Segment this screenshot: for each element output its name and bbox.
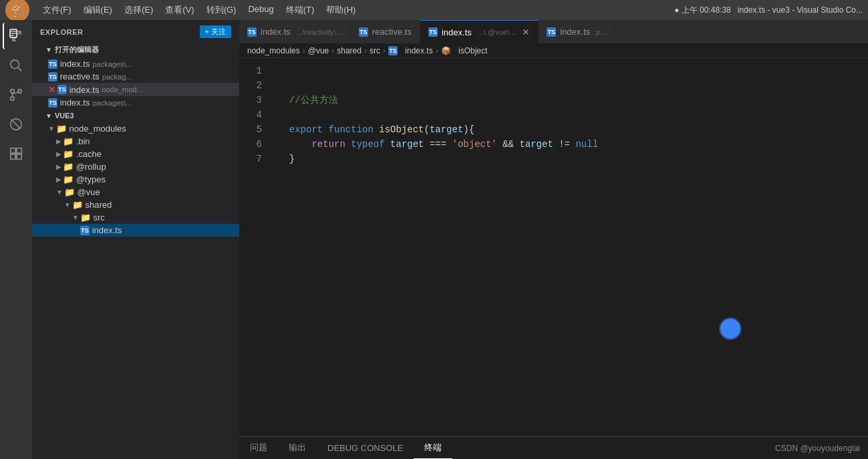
svg-point-3 xyxy=(11,90,15,94)
panel-tab-problems[interactable]: 问题 xyxy=(239,437,278,459)
expand-arrow: ▼ xyxy=(56,188,63,196)
line-numbers: 1 2 3 4 5 6 7 xyxy=(239,63,273,431)
tree-rollup[interactable]: ▶ 📁 @rollup xyxy=(32,160,239,173)
breadcrumb-src[interactable]: src xyxy=(370,46,380,55)
menu-debug[interactable]: Debug xyxy=(243,3,279,17)
tree-vue[interactable]: ▼ 📁 @vue xyxy=(32,186,239,198)
menu-view[interactable]: 查看(V) xyxy=(160,3,199,17)
tree-index-ts[interactable]: TS index.ts xyxy=(32,224,239,237)
breadcrumb-node-modules[interactable]: node_modules xyxy=(247,46,300,55)
folder-icon: 📁 xyxy=(56,124,67,134)
menu-goto[interactable]: 转到(G) xyxy=(201,3,242,17)
open-editor-item-1[interactable]: TS reactive.ts packag... xyxy=(32,70,239,83)
breadcrumb-icon: 📦 xyxy=(441,46,451,55)
git-activity-icon[interactable] xyxy=(3,82,29,108)
editor-area: TS index.ts ...\reactivity\... TS reacti… xyxy=(239,20,868,459)
close-dirty-icon: ✕ xyxy=(48,84,56,95)
tab-2[interactable]: TS index.ts ...\ @vue\... ✕ xyxy=(420,20,539,43)
panel-tab-debug-console[interactable]: DEBUG CONSOLE xyxy=(317,437,414,459)
main-layout: EXPLORER + 关注 ▼ 打开的编辑器 TS index.ts packa… xyxy=(0,20,868,459)
svg-rect-12 xyxy=(17,154,21,159)
follow-button[interactable]: + 关注 xyxy=(200,25,231,38)
search-activity-icon[interactable] xyxy=(3,52,29,79)
expand-arrow: ▶ xyxy=(56,163,61,170)
ts-file-icon: TS xyxy=(48,59,57,69)
folder-icon: 📁 xyxy=(80,212,91,222)
code-line-7: } xyxy=(278,152,868,166)
sidebar: EXPLORER + 关注 ▼ 打开的编辑器 TS index.ts packa… xyxy=(32,20,239,459)
tree-node-modules[interactable]: ▼ 📁 node_modules xyxy=(32,122,239,135)
folder-icon: 📁 xyxy=(63,136,74,146)
activity-bar xyxy=(0,20,32,459)
panel-tab-output[interactable]: 输出 xyxy=(278,437,317,459)
cursor-pointer xyxy=(720,319,740,339)
project-section[interactable]: ▼ VUE3 xyxy=(32,109,239,122)
breadcrumb-shared[interactable]: shared xyxy=(337,46,361,55)
expand-arrow: ▼ xyxy=(64,201,71,208)
menu-help[interactable]: 帮助(H) xyxy=(321,3,361,17)
svg-point-1 xyxy=(11,60,19,69)
folder-icon: 📁 xyxy=(72,200,83,210)
project-chevron: ▼ xyxy=(45,112,52,120)
window-title: ● 上午 00:48:38 index.ts - vue3 - Visual S… xyxy=(674,5,863,16)
ts-file-icon-3: TS xyxy=(57,85,67,94)
tree-src[interactable]: ▼ 📁 src xyxy=(32,211,239,224)
menu-edit[interactable]: 编辑(E) xyxy=(78,3,118,17)
open-editor-item-2[interactable]: ✕ TS index.ts node_mod... xyxy=(32,83,239,96)
svg-rect-10 xyxy=(17,148,21,153)
expand-arrow: ▼ xyxy=(48,125,55,132)
open-editor-item-0[interactable]: TS index.ts packages\... xyxy=(32,57,239,70)
tree-bin[interactable]: ▶ 📁 .bin xyxy=(32,135,239,148)
title-bar: 🐒 文件(F) 编辑(E) 选择(E) 查看(V) 转到(G) Debug 终端… xyxy=(0,0,868,20)
ts-file-icon-tree: TS xyxy=(80,226,90,235)
panel-tabs: 问题 输出 DEBUG CONSOLE 终端 xyxy=(239,437,452,459)
breadcrumb-index[interactable]: index.ts xyxy=(405,46,432,55)
ts-file-icon-2: TS xyxy=(48,72,57,82)
code-line-4 xyxy=(278,108,868,122)
open-editor-item-3[interactable]: TS index.ts packages\... xyxy=(32,96,239,109)
tree-types[interactable]: ▶ 📁 @types xyxy=(32,173,239,186)
code-editor[interactable]: 1 2 3 4 5 6 7 //公共方法 export xyxy=(239,58,868,436)
breadcrumb-ts-icon: TS xyxy=(388,46,398,55)
tab-bar: TS index.ts ...\reactivity\... TS reacti… xyxy=(239,20,868,43)
code-line-1 xyxy=(278,63,868,78)
breadcrumb-isobject[interactable]: isObject xyxy=(458,46,487,55)
breadcrumb-vue[interactable]: @vue xyxy=(308,46,329,55)
folder-icon: 📁 xyxy=(64,187,75,197)
expand-arrow: ▼ xyxy=(72,214,79,221)
menu-file[interactable]: 文件(F) xyxy=(37,3,77,17)
open-editors-section[interactable]: ▼ 打开的编辑器 xyxy=(32,42,239,57)
ts-icon: TS xyxy=(247,27,257,37)
menu-terminal[interactable]: 终端(T) xyxy=(281,3,320,17)
code-line-5: export function isObject ( target ){ xyxy=(278,122,868,137)
svg-line-8 xyxy=(11,120,21,129)
svg-point-4 xyxy=(11,97,15,101)
tab-3[interactable]: TS index.ts p... xyxy=(539,20,615,43)
extensions-activity-icon[interactable] xyxy=(3,140,29,167)
menu-bar[interactable]: 文件(F) 编辑(E) 选择(E) 查看(V) 转到(G) Debug 终端(T… xyxy=(37,3,361,17)
menu-select[interactable]: 选择(E) xyxy=(119,3,158,17)
code-line-6: return typeof target === 'object' && tar… xyxy=(278,137,868,152)
ts-file-icon-4: TS xyxy=(48,98,57,108)
tab-close-icon[interactable]: ✕ xyxy=(522,27,530,37)
expand-arrow: ▶ xyxy=(56,150,61,158)
code-line-3: //公共方法 xyxy=(278,93,868,108)
tree-cache[interactable]: ▶ 📁 .cache xyxy=(32,148,239,160)
panel: 问题 输出 DEBUG CONSOLE 终端 CSDN @youyoudengl… xyxy=(239,436,868,459)
folder-icon: 📁 xyxy=(63,174,74,184)
expand-arrow: ▶ xyxy=(56,138,61,145)
folder-icon: 📁 xyxy=(63,162,74,172)
ts-icon: TS xyxy=(428,27,438,37)
tab-1[interactable]: TS reactive.ts xyxy=(351,20,420,43)
debug-activity-icon[interactable] xyxy=(3,111,29,138)
panel-tab-terminal[interactable]: 终端 xyxy=(414,437,452,459)
code-content[interactable]: //公共方法 export function isObject ( target… xyxy=(273,63,868,431)
tree-shared[interactable]: ▼ 📁 shared xyxy=(32,198,239,211)
explorer-activity-icon[interactable] xyxy=(3,23,29,49)
svg-rect-9 xyxy=(11,148,15,153)
svg-rect-11 xyxy=(11,154,15,159)
tab-0[interactable]: TS index.ts ...\reactivity\... xyxy=(239,20,351,43)
breadcrumb: node_modules › @vue › shared › src › TS … xyxy=(239,43,868,58)
sidebar-header: EXPLORER + 关注 xyxy=(32,20,239,42)
folder-icon: 📁 xyxy=(63,149,74,159)
